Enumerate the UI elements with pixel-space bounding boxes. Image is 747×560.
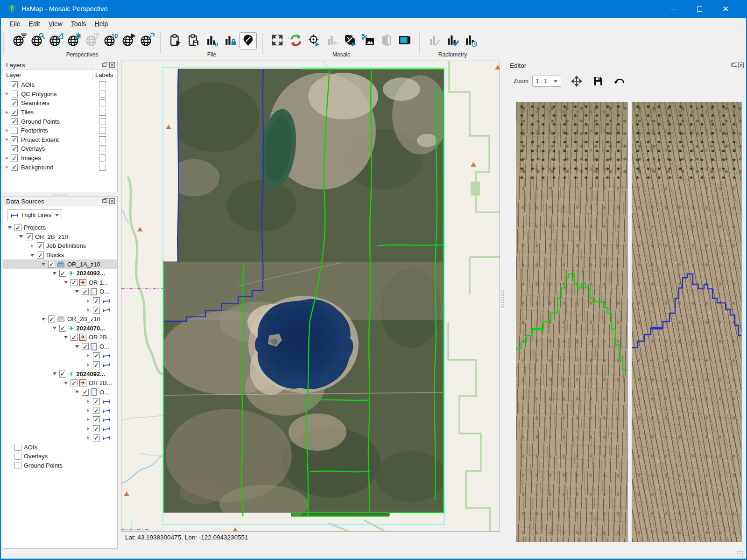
layers-close-button[interactable]: ✕ — [109, 62, 115, 68]
layer-row-aois[interactable]: ✓AOIs✓ — [3, 80, 117, 90]
collapse-arrow-icon[interactable] — [17, 235, 25, 238]
tree-row-flight-line[interactable]: ✓ — [3, 296, 117, 306]
refresh-mosaic-button[interactable] — [287, 32, 304, 49]
checkbox[interactable]: ✓ — [93, 307, 100, 314]
run-import-button[interactable] — [167, 32, 184, 49]
expand-arrow-icon[interactable] — [85, 409, 92, 413]
data-sources-close-button[interactable]: ✕ — [109, 198, 115, 204]
overlay-view-button[interactable] — [396, 32, 414, 49]
data-source-type-select[interactable]: Flight Lines — [7, 209, 62, 221]
layer-row-qc-polygons[interactable]: ✓QC Polygons✓ — [3, 90, 117, 99]
tree-row-flight-line[interactable]: ✓ — [3, 360, 117, 370]
expand-arrow-icon[interactable] — [3, 111, 11, 114]
tree-row-blocks[interactable]: ✓Blocks — [3, 251, 117, 260]
editor-image-right[interactable] — [632, 102, 742, 542]
checkbox[interactable]: ✓ — [37, 242, 44, 249]
perspective-qc-button[interactable] — [28, 32, 45, 49]
expand-arrow-icon[interactable] — [85, 308, 92, 312]
collapse-arrow-icon[interactable] — [51, 372, 58, 375]
checkbox[interactable]: ✓ — [93, 407, 100, 414]
checkbox[interactable]: ✓ — [93, 361, 100, 368]
pan-tool-button[interactable] — [571, 75, 583, 87]
labels-checkbox[interactable]: ✓ — [99, 127, 106, 134]
checkbox[interactable]: ✓ — [70, 379, 78, 386]
checkbox[interactable]: ✓ — [70, 279, 78, 286]
checkbox[interactable]: ✓ — [48, 261, 55, 268]
checkbox[interactable]: ✓ — [82, 389, 89, 396]
seamline-editor-button[interactable] — [240, 32, 257, 49]
checkbox[interactable]: ✓ — [11, 91, 18, 98]
editor-float-button[interactable] — [730, 63, 736, 69]
layer-row-images[interactable]: ✓Images✓ — [3, 154, 117, 163]
menu-file[interactable]: File — [6, 19, 25, 29]
map-editor-splitter-handle[interactable] — [501, 289, 504, 308]
labels-checkbox[interactable]: ✓ — [99, 154, 106, 161]
map-viewport[interactable] — [121, 61, 500, 532]
layer-row-ground-points[interactable]: ✓Ground Points✓ — [3, 117, 117, 126]
crop-images-button[interactable] — [360, 32, 377, 49]
expand-arrow-icon[interactable] — [3, 165, 11, 169]
checkbox[interactable]: ✓ — [70, 334, 78, 341]
perspective-processing-button[interactable] — [119, 32, 136, 49]
maximize-button[interactable] — [686, 0, 712, 18]
checkbox[interactable]: ✓ — [26, 233, 33, 240]
toolbar-drag-handle[interactable] — [2, 33, 6, 54]
checkbox[interactable]: ✓ — [11, 81, 18, 88]
checkbox[interactable]: ✓ — [11, 127, 18, 134]
tree-row-2024092[interactable]: ✓✈2024092... — [3, 269, 117, 278]
expand-arrow-icon[interactable] — [85, 299, 92, 303]
tree-row-o[interactable]: ✓O... — [3, 287, 117, 296]
close-button[interactable]: ✕ — [712, 0, 739, 18]
layer-row-seamlines[interactable]: ✓Seamlines✓ — [3, 98, 117, 108]
collapse-arrow-icon[interactable] — [62, 281, 70, 284]
tree-row-flight-line[interactable]: ✓ — [3, 351, 117, 360]
menu-help[interactable]: Help — [91, 19, 113, 29]
tree-row-ground-points[interactable]: ✓Ground Points — [3, 461, 117, 470]
layer-row-overlays[interactable]: ✓Overlays✓ — [3, 144, 117, 154]
collapse-arrow-icon[interactable] — [62, 336, 70, 339]
tree-row-2024070[interactable]: ✓✈2024070... — [3, 324, 117, 333]
labels-checkbox[interactable]: ✓ — [99, 99, 106, 106]
tree-row-flight-line[interactable]: ✓ — [3, 397, 117, 406]
labels-checkbox[interactable]: ✓ — [99, 81, 106, 88]
tree-row-flight-line[interactable]: ✓ — [3, 424, 117, 434]
labels-checkbox[interactable]: ✓ — [99, 145, 106, 152]
run-tiles-button[interactable] — [342, 32, 359, 49]
checkbox[interactable]: ✓ — [82, 343, 89, 350]
labels-checkbox[interactable]: ✓ — [99, 118, 106, 125]
labels-checkbox[interactable]: ✓ — [99, 136, 106, 143]
run-seed-points-button[interactable] — [305, 32, 323, 49]
expand-arrow-icon[interactable] — [3, 156, 11, 160]
zoom-to-extent-button[interactable] — [269, 32, 286, 49]
collapse-arrow-icon[interactable] — [73, 345, 81, 348]
save-import-button[interactable] — [185, 32, 202, 49]
perspective-tools-button[interactable] — [137, 32, 155, 49]
tree-row-o[interactable]: ✓O... — [3, 388, 117, 397]
data-sources-float-button[interactable] — [101, 198, 107, 204]
layer-row-tiles[interactable]: ✓Tiles✓ — [3, 108, 117, 117]
save-button[interactable] — [592, 75, 604, 87]
editor-close-button[interactable]: ✕ — [738, 63, 744, 69]
collapse-arrow-icon[interactable] — [40, 318, 47, 321]
histogram-lock-button[interactable] — [221, 32, 239, 49]
checkbox[interactable]: ✓ — [37, 252, 44, 259]
tree-row-flight-line[interactable]: ✓ — [3, 305, 117, 315]
checkbox[interactable]: ✓ — [93, 398, 100, 405]
checkbox[interactable]: ✓ — [11, 154, 18, 161]
checkbox[interactable]: ✓ — [82, 288, 89, 295]
expand-arrow-icon[interactable] — [85, 418, 92, 421]
tree-row-or-2b[interactable]: ✓✈OR 2B... — [3, 333, 117, 342]
expand-arrow-icon[interactable] — [85, 399, 92, 403]
expand-arrow-icon[interactable] — [85, 427, 92, 431]
editor-image-left[interactable] — [516, 102, 628, 542]
compare-views-button[interactable] — [378, 32, 395, 49]
collapse-arrow-icon[interactable] — [51, 272, 58, 275]
menu-edit[interactable]: Edit — [25, 19, 44, 29]
layers-float-button[interactable] — [101, 62, 107, 68]
checkbox[interactable]: ✓ — [59, 325, 66, 332]
expand-arrow-icon[interactable] — [85, 354, 92, 357]
radiometry-apply-button[interactable] — [444, 32, 461, 49]
checkbox[interactable]: ✓ — [11, 136, 18, 143]
expand-arrow-icon[interactable] — [3, 92, 11, 96]
layer-row-background[interactable]: ✓Background✓ — [3, 162, 117, 172]
